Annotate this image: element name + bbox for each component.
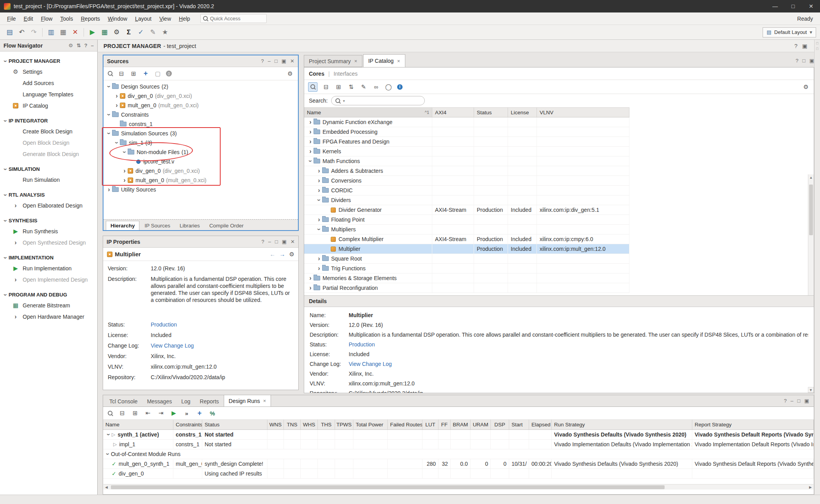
menu-flow[interactable]: Flow (37, 14, 57, 24)
chevron-down-icon[interactable]: › (2, 292, 9, 298)
nav-item-open-synthesized-design[interactable]: ›Open Synthesized Design (0, 237, 97, 248)
sum-icon[interactable]: Σ (123, 27, 134, 38)
maximize-icon[interactable]: ▣ (282, 58, 286, 64)
column-header[interactable]: THS (318, 420, 335, 429)
chevron-right-icon[interactable]: › (316, 187, 322, 193)
catalog-search-input[interactable] (347, 98, 409, 104)
report-icon[interactable]: ▥ (45, 27, 57, 38)
float-icon[interactable]: □ (275, 239, 278, 245)
column-header[interactable]: Total Power (353, 420, 388, 429)
file-icon[interactable]: ▢ (154, 70, 162, 78)
run-row-mult-gen-synth[interactable]: ✓mult_gen_0_synth_1 mult_gen_0 synth_des… (103, 459, 814, 469)
chevron-right-icon[interactable]: › (316, 168, 322, 174)
nav-item-run-simulation[interactable]: Run Simulation (0, 174, 97, 185)
gear-icon[interactable]: ⚙ (802, 83, 810, 91)
tree-item-div-gen[interactable]: ›div_gen_0(div_gen_0.xci) (103, 91, 298, 101)
forward-arrow-icon[interactable]: → (280, 251, 285, 258)
chevron-down-icon[interactable]: › (2, 118, 9, 124)
tab-ip-catalog[interactable]: IP Catalog × (363, 54, 405, 67)
collapse-all-icon[interactable]: ⊟ (118, 70, 125, 78)
nav-item-add-sources[interactable]: Add Sources (0, 77, 97, 89)
tab-libraries[interactable]: Libraries (175, 221, 204, 230)
chevron-right-icon[interactable]: › (316, 256, 322, 262)
chevron-down-icon[interactable]: › (307, 158, 314, 164)
column-header[interactable]: DSP (491, 420, 509, 429)
column-header-vlnv[interactable]: VLNV (537, 108, 629, 117)
step-forward-icon[interactable]: ⇥ (157, 409, 165, 417)
chevron-right-icon[interactable]: › (12, 277, 19, 283)
tree-item-sim-div-gen[interactable]: ›div_gen_0(div_gen_0.xci) (103, 166, 298, 176)
tab-tcl-console[interactable]: Tcl Console (105, 396, 142, 406)
scroll-left-icon[interactable]: ◀ (103, 485, 109, 489)
close-icon[interactable]: × (397, 58, 400, 64)
minimize-icon[interactable]: – (268, 58, 271, 64)
tab-hierarchy[interactable]: Hierarchy (106, 221, 139, 230)
redo-icon[interactable]: ↷ (28, 27, 39, 38)
tree-item-utility-sources[interactable]: ›Utility Sources (103, 185, 298, 194)
horizontal-scrollbar[interactable]: ◀ ▶ (103, 484, 813, 490)
help-icon[interactable]: ? (261, 58, 264, 64)
tab-log[interactable]: Log (176, 396, 195, 406)
section-rtl-analysis[interactable]: ›RTL ANALYSIS (0, 190, 97, 200)
quick-access-search[interactable] (200, 14, 267, 23)
column-header[interactable]: URAM (471, 420, 491, 429)
flow-settings-icon[interactable]: ⚙ (68, 43, 73, 48)
column-header[interactable]: Report Strategy (692, 420, 814, 429)
maximize-icon[interactable]: ▣ (809, 58, 814, 64)
catalog-row[interactable]: ›Multipliers (304, 225, 629, 234)
tree-item-ipcore-test[interactable]: ipcore_test.v (103, 157, 298, 166)
column-header[interactable]: Name (103, 420, 173, 429)
close-icon[interactable]: ✕ (291, 239, 295, 245)
chevron-right-icon[interactable]: › (12, 240, 19, 246)
chevron-down-icon[interactable]: › (114, 140, 120, 146)
search-icon[interactable] (107, 71, 113, 76)
subtab-cores[interactable]: Cores (309, 71, 324, 77)
column-header[interactable]: Constraints (173, 420, 202, 429)
change-log-link[interactable]: View Change Log (151, 342, 294, 349)
help-icon[interactable]: ? (794, 43, 797, 49)
minimize-icon[interactable]: – (791, 398, 793, 404)
chevron-right-icon[interactable]: › (307, 275, 314, 281)
tree-item-sim-1[interactable]: ›sim_1(3) (103, 138, 298, 147)
tree-item-design-sources[interactable]: ›Design Sources(2) (103, 82, 298, 91)
web-icon[interactable]: ◯ (385, 83, 392, 91)
section-ip-integrator[interactable]: ›IP INTEGRATOR (0, 116, 97, 126)
wand-icon[interactable]: ★ (159, 27, 171, 38)
flow-minimize-icon[interactable]: – (91, 43, 94, 48)
delete-icon[interactable]: ✕ (70, 27, 81, 38)
column-header-status[interactable]: Status (474, 108, 508, 117)
minimize-icon[interactable]: – (268, 239, 271, 245)
gear-icon[interactable]: ⚙ (286, 70, 294, 78)
percent-icon[interactable]: % (209, 409, 216, 417)
chevron-down-icon[interactable]: › (2, 218, 9, 224)
tree-item-simulation-sources[interactable]: ›Simulation Sources(3) (103, 129, 298, 138)
menu-view[interactable]: View (155, 14, 175, 24)
nav-item-generate-bitstream[interactable]: ▦Generate Bitstream (0, 300, 97, 311)
tab-ip-sources[interactable]: IP Sources (140, 221, 175, 230)
column-header[interactable]: Status (202, 420, 267, 429)
edit-icon[interactable]: ✎ (147, 27, 159, 38)
chevron-right-icon[interactable]: › (307, 285, 314, 291)
chevron-right-icon[interactable]: › (316, 217, 322, 223)
chevron-down-icon[interactable]: › (2, 192, 9, 198)
chevron-right-icon[interactable]: › (121, 177, 128, 183)
scroll-right-icon[interactable]: ▶ (808, 485, 813, 489)
flow-help-icon[interactable]: ? (84, 43, 87, 48)
collapse-all-icon[interactable]: ⊟ (322, 83, 330, 91)
expand-all-icon[interactable]: ⊞ (335, 83, 342, 91)
catalog-row[interactable]: ›FPGA Features and Design (304, 137, 629, 147)
run-row-impl-1[interactable]: ▷impl_1 constrs_1 Not started Vivado Imp… (103, 440, 814, 449)
chevron-down-icon[interactable]: › (2, 166, 9, 172)
status-link[interactable]: Production (349, 341, 808, 348)
status-link[interactable]: Production (151, 321, 294, 328)
help-icon[interactable]: ? (784, 398, 786, 404)
catalog-row-complex-multiplier[interactable]: Complex MultiplierAXI4-StreamProductionI… (304, 234, 629, 244)
nav-item-generate-block-design[interactable]: Generate Block Design (0, 148, 97, 160)
scroll-up-icon[interactable]: ▲ (808, 174, 814, 180)
column-header[interactable]: FF (439, 420, 451, 429)
tab-reports[interactable]: Reports (195, 396, 224, 406)
nav-item-open-block-design[interactable]: Open Block Design (0, 137, 97, 148)
help-icon[interactable]: ? (796, 58, 799, 64)
tab-compile-order[interactable]: Compile Order (205, 221, 248, 230)
catalog-row[interactable]: ›Partial Reconfiguration (304, 283, 629, 293)
